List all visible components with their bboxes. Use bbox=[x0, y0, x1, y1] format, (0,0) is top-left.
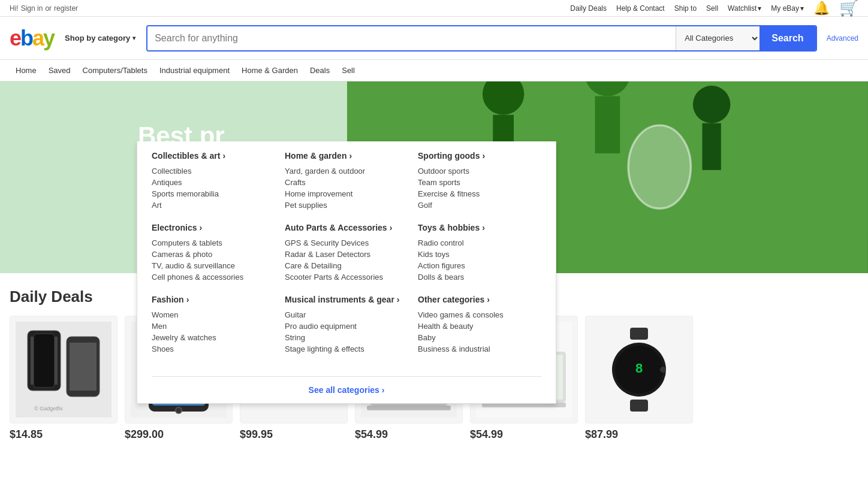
other-categories-section: Other categories › Video games & console… bbox=[418, 295, 541, 355]
pet-supplies-item[interactable]: Pet supplies bbox=[285, 199, 408, 211]
health-beauty-item[interactable]: Health & beauty bbox=[418, 320, 541, 332]
cameras-photo-item[interactable]: Cameras & photo bbox=[152, 249, 275, 260]
musical-instruments-link[interactable]: Musical instruments & gear bbox=[285, 295, 394, 304]
electronics-arrow-icon: › bbox=[199, 223, 202, 232]
cart-button[interactable]: 🛒 bbox=[839, 0, 858, 17]
action-figures-item[interactable]: Action figures bbox=[418, 260, 541, 271]
deal-price-1: $14.85 bbox=[10, 428, 117, 441]
radar-laser-item[interactable]: Radar & Laser Detectors bbox=[285, 249, 408, 260]
sports-memorabilia-item[interactable]: Sports memorabilia bbox=[152, 188, 275, 199]
toys-hobbies-link[interactable]: Toys & hobbies bbox=[418, 223, 480, 232]
watchlist-button[interactable]: Watchlist ▾ bbox=[728, 4, 761, 13]
electronics-heading[interactable]: Electronics › bbox=[152, 223, 275, 232]
toys-hobbies-arrow-icon: › bbox=[482, 223, 485, 232]
home-garden-heading[interactable]: Home & garden › bbox=[285, 151, 408, 161]
other-categories-heading[interactable]: Other categories › bbox=[418, 295, 541, 304]
category-select[interactable]: All Categories bbox=[676, 26, 760, 50]
radio-control-item[interactable]: Radio control bbox=[418, 237, 541, 249]
sporting-goods-heading[interactable]: Sporting goods › bbox=[418, 151, 541, 161]
search-input[interactable] bbox=[147, 26, 676, 50]
crafts-item[interactable]: Crafts bbox=[285, 177, 408, 188]
logo-e: e bbox=[10, 26, 20, 50]
collectibles-link[interactable]: Collectibles & art bbox=[152, 151, 220, 161]
video-games-item[interactable]: Video games & consoles bbox=[418, 309, 541, 320]
search-container: All Categories Search bbox=[146, 25, 816, 52]
logo-a: a bbox=[32, 26, 43, 50]
gps-security-item[interactable]: GPS & Security Devices bbox=[285, 237, 408, 249]
tv-audio-item[interactable]: TV, audio & surveillance bbox=[152, 260, 275, 271]
dropdown-col-2: Home & garden › Yard, garden & outdoor C… bbox=[285, 151, 408, 376]
scooter-parts-item[interactable]: Scooter Parts & Accessories bbox=[285, 271, 408, 283]
kids-toys-item[interactable]: Kids toys bbox=[418, 249, 541, 260]
deal-card-6[interactable]: 8 $87.99 bbox=[585, 316, 693, 441]
see-all-categories-link[interactable]: See all categories › bbox=[309, 385, 385, 395]
nav-bar: Home Saved Computers/Tablets Industrial … bbox=[0, 60, 868, 81]
outdoor-sports-item[interactable]: Outdoor sports bbox=[418, 165, 541, 177]
search-button[interactable]: Search bbox=[760, 26, 815, 50]
nav-home[interactable]: Home bbox=[10, 60, 43, 81]
collectibles-heading[interactable]: Collectibles & art › bbox=[152, 151, 275, 161]
dolls-bears-item[interactable]: Dolls & bears bbox=[418, 271, 541, 283]
women-item[interactable]: Women bbox=[152, 309, 275, 320]
auto-parts-heading[interactable]: Auto Parts & Accessories › bbox=[285, 223, 408, 232]
golf-item[interactable]: Golf bbox=[418, 199, 541, 211]
men-item[interactable]: Men bbox=[152, 320, 275, 332]
musical-instruments-heading[interactable]: Musical instruments & gear › bbox=[285, 295, 408, 304]
svg-point-47 bbox=[660, 367, 666, 373]
category-dropdown: Collectibles & art › Collectibles Antiqu… bbox=[137, 141, 556, 404]
myebay-button[interactable]: My eBay ▾ bbox=[771, 4, 804, 13]
electronics-link[interactable]: Electronics bbox=[152, 223, 197, 232]
business-industrial-item[interactable]: Business & industrial bbox=[418, 343, 541, 355]
svg-rect-7 bbox=[703, 123, 721, 170]
nav-computers[interactable]: Computers/Tablets bbox=[77, 60, 153, 81]
baby-item[interactable]: Baby bbox=[418, 332, 541, 343]
jewelry-watches-item[interactable]: Jewelry & watches bbox=[152, 332, 275, 343]
stage-lighting-item[interactable]: Stage lighting & effects bbox=[285, 343, 408, 355]
fashion-arrow-icon: › bbox=[186, 295, 189, 304]
collectibles-item[interactable]: Collectibles bbox=[152, 165, 275, 177]
deal-product-image-1: © Gadgetfix bbox=[16, 322, 111, 418]
cell-phones-item[interactable]: Cell phones & accessories bbox=[152, 271, 275, 283]
register-link[interactable]: register bbox=[54, 4, 78, 13]
fashion-heading[interactable]: Fashion › bbox=[152, 295, 275, 304]
help-contact-link[interactable]: Help & Contact bbox=[616, 4, 665, 13]
home-improvement-item[interactable]: Home improvement bbox=[285, 188, 408, 199]
main-content: Collectibles & art › Collectibles Antiqu… bbox=[0, 81, 868, 450]
yard-garden-item[interactable]: Yard, garden & outdoor bbox=[285, 165, 408, 177]
nav-industrial[interactable]: Industrial equipment bbox=[153, 60, 236, 81]
shop-by-button[interactable]: Shop by category ▾ bbox=[59, 30, 141, 46]
svg-text:8: 8 bbox=[635, 361, 643, 376]
exercise-fitness-item[interactable]: Exercise & fitness bbox=[418, 188, 541, 199]
guitar-item[interactable]: Guitar bbox=[285, 309, 408, 320]
other-categories-link[interactable]: Other categories bbox=[418, 295, 484, 304]
nav-sell[interactable]: Sell bbox=[336, 60, 361, 81]
ship-to-link[interactable]: Ship to bbox=[674, 4, 697, 13]
home-garden-link[interactable]: Home & garden bbox=[285, 151, 346, 161]
logo-y: y bbox=[43, 26, 54, 50]
art-item[interactable]: Art bbox=[152, 199, 275, 211]
sell-top-link[interactable]: Sell bbox=[706, 4, 718, 13]
deal-image-1: © Gadgetfix bbox=[10, 316, 117, 424]
notification-bell-button[interactable]: 🔔 bbox=[813, 1, 830, 16]
fashion-link[interactable]: Fashion bbox=[152, 295, 184, 304]
deal-price-5: $54.99 bbox=[470, 428, 578, 441]
deal-card-1[interactable]: © Gadgetfix $14.85 bbox=[10, 316, 117, 441]
dropdown-col-3: Sporting goods › Outdoor sports Team spo… bbox=[418, 151, 541, 376]
signin-link[interactable]: Sign in bbox=[21, 4, 43, 13]
pro-audio-item[interactable]: Pro audio equipment bbox=[285, 320, 408, 332]
team-sports-item[interactable]: Team sports bbox=[418, 177, 541, 188]
computers-tablets-item[interactable]: Computers & tablets bbox=[152, 237, 275, 249]
shoes-item[interactable]: Shoes bbox=[152, 343, 275, 355]
nav-saved[interactable]: Saved bbox=[43, 60, 77, 81]
daily-deals-link[interactable]: Daily Deals bbox=[570, 4, 607, 13]
auto-parts-link[interactable]: Auto Parts & Accessories bbox=[285, 223, 387, 232]
nav-home-garden[interactable]: Home & Garden bbox=[236, 60, 304, 81]
ebay-logo[interactable]: ebay bbox=[10, 28, 54, 49]
string-item[interactable]: String bbox=[285, 332, 408, 343]
toys-hobbies-heading[interactable]: Toys & hobbies › bbox=[418, 223, 541, 232]
care-detailing-item[interactable]: Care & Detailing bbox=[285, 260, 408, 271]
sporting-goods-link[interactable]: Sporting goods bbox=[418, 151, 480, 161]
nav-deals[interactable]: Deals bbox=[304, 60, 336, 81]
antiques-item[interactable]: Antiques bbox=[152, 177, 275, 188]
advanced-link[interactable]: Advanced bbox=[827, 34, 858, 43]
